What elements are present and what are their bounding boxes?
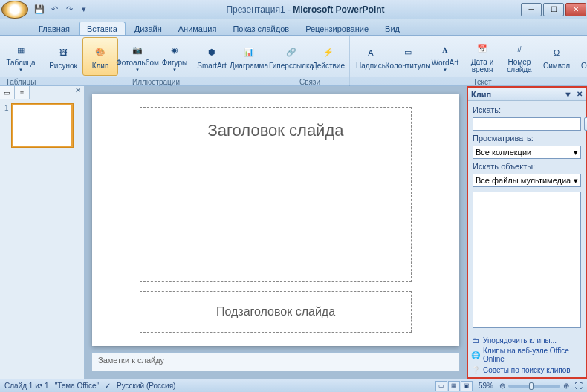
fit-button[interactable]: ⛶ [575, 382, 583, 390]
photoalbum-button[interactable]: 📷Фотоальбом▼ [120, 37, 155, 76]
browse-label: Просматривать: [473, 134, 581, 143]
tab-home[interactable]: Главная [31, 22, 77, 35]
content-area: ▭ ≡ ✕ 1 Заголовок слайда Подзаголовок сл… [0, 86, 587, 379]
office-online-link[interactable]: 🌐Клипы на веб-узле Office Online [471, 347, 583, 363]
outline-tab[interactable]: ≡ [15, 86, 30, 99]
statusbar: Слайд 1 из 1 "Тема Office" ✓ Русский (Ро… [0, 379, 587, 392]
thumb-close-icon[interactable]: ✕ [72, 86, 84, 99]
globe-icon: 🌐 [471, 350, 480, 359]
slide-thumbnail-panel: ▭ ≡ ✕ 1 [0, 86, 85, 379]
clip-icon: 🎨 [91, 44, 109, 62]
chevron-down-icon: ▾ [574, 176, 578, 186]
titlebar: 💾 ↶ ↷ ▾ Презентация1 - Microsoft PowerPo… [0, 0, 587, 19]
tab-view[interactable]: Вид [377, 22, 407, 35]
zoom-percent[interactable]: 59% [479, 382, 493, 390]
slides-tab[interactable]: ▭ [0, 86, 15, 99]
clip-taskpane: Клип ▼ ✕ Искать: Начать ✦ ➤ Просматриват… [467, 86, 587, 379]
table-icon: ▦ [12, 41, 30, 59]
album-icon: 📷 [129, 41, 146, 59]
maximize-button[interactable]: ☐ [543, 3, 564, 16]
textbox-button[interactable]: AНадпись [353, 37, 389, 76]
browse-select[interactable]: Все коллекции▾ [473, 146, 581, 159]
datetime-icon: 📅 [473, 40, 491, 58]
action-icon: ⚡ [320, 44, 337, 62]
action-button[interactable]: ⚡Действие [311, 37, 346, 76]
picture-icon: 🖼 [54, 44, 72, 62]
tab-review[interactable]: Рецензирование [298, 22, 376, 35]
slideshow-view-button[interactable]: ▣ [461, 381, 473, 391]
taskpane-title: Клип [471, 90, 491, 99]
picture-button[interactable]: 🖼Рисунок [45, 37, 81, 76]
datetime-button[interactable]: 📅Дата и время [464, 37, 500, 76]
group-text: AНадпись ▭Колонтитулы 𝐀WordArt▼ 📅Дата и … [350, 36, 587, 85]
app-name: Microsoft PowerPoint [293, 4, 384, 15]
zoom-control: ⊖ ⊕ [499, 382, 569, 390]
search-button[interactable]: Начать ✦ ➤ [584, 117, 587, 131]
headerfooter-button[interactable]: ▭Колонтитулы [390, 37, 426, 76]
results-area [473, 192, 581, 328]
hyperlink-button[interactable]: 🔗Гиперссылка [273, 37, 309, 76]
doc-name: Презентация1 [226, 4, 285, 15]
chart-button[interactable]: 📊Диаграмма [231, 37, 267, 76]
smartart-button[interactable]: ⬢SmartArt [194, 37, 230, 76]
slide-counter: Слайд 1 из 1 [4, 382, 49, 390]
subtitle-placeholder[interactable]: Подзаголовок слайда [140, 291, 412, 333]
organize-clips-link[interactable]: 🗀Упорядочить клипы... [471, 336, 583, 344]
notes-pane[interactable]: Заметки к слайду [92, 352, 459, 371]
slidenum-icon: # [510, 40, 528, 58]
ribbon: ▦Таблица▼ Таблицы 🖼Рисунок 🎨Клип 📷Фотоал… [0, 36, 587, 86]
table-button[interactable]: ▦Таблица▼ [3, 37, 39, 76]
wordart-icon: 𝐀 [436, 41, 454, 59]
tab-insert[interactable]: Вставка [79, 22, 126, 35]
tab-animation[interactable]: Анимация [171, 22, 224, 35]
symbol-icon: Ω [548, 44, 565, 62]
quick-access-toolbar: 💾 ↶ ↷ ▾ [33, 3, 91, 16]
normal-view-button[interactable]: ▭ [435, 381, 447, 391]
slide-thumbnail[interactable]: 1 [4, 104, 80, 147]
slide-canvas[interactable]: Заголовок слайда Подзаголовок слайда [92, 94, 459, 346]
search-input[interactable] [473, 117, 581, 131]
ribbon-tabs: Главная Вставка Дизайн Анимация Показ сл… [0, 19, 587, 36]
thumb-preview [12, 104, 73, 147]
tab-slideshow[interactable]: Показ слайдов [225, 22, 296, 35]
group-tables: ▦Таблица▼ Таблицы [0, 36, 42, 85]
window-title: Презентация1 - Microsoft PowerPoint [91, 4, 520, 15]
sorter-view-button[interactable]: ▦ [448, 381, 460, 391]
spellcheck-icon[interactable]: ✓ [105, 382, 111, 390]
search-tips-link[interactable]: ❔Советы по поиску клипов [471, 365, 583, 374]
chevron-down-icon: ▾ [574, 148, 578, 157]
zoom-out-button[interactable]: ⊖ [499, 382, 505, 390]
undo-icon[interactable]: ↶ [48, 3, 61, 16]
zoom-in-button[interactable]: ⊕ [563, 382, 569, 390]
objects-select[interactable]: Все файлы мультимедиа▾ [473, 174, 581, 187]
organize-icon: 🗀 [471, 336, 480, 344]
smartart-icon: ⬢ [203, 44, 221, 62]
wordart-button[interactable]: 𝐀WordArt▼ [427, 37, 463, 76]
close-button[interactable]: ✕ [565, 3, 586, 16]
clip-button[interactable]: 🎨Клип [82, 37, 118, 76]
slide-editor: Заголовок слайда Подзаголовок слайда Зам… [85, 86, 467, 379]
redo-icon[interactable]: ↷ [62, 3, 76, 16]
language-indicator[interactable]: Русский (Россия) [117, 382, 175, 390]
taskpane-body: Искать: Начать ✦ ➤ Просматривать: Все ко… [468, 101, 586, 333]
slidenum-button[interactable]: #Номер слайда [502, 37, 537, 76]
textbox-icon: A [362, 44, 380, 62]
objects-label: Искать объекты: [473, 162, 581, 171]
title-placeholder[interactable]: Заголовок слайда [140, 107, 412, 282]
tab-design[interactable]: Дизайн [127, 22, 169, 35]
shapes-button[interactable]: ◉Фигуры▼ [157, 37, 192, 76]
qat-dropdown-icon[interactable]: ▾ [77, 3, 91, 16]
group-links: 🔗Гиперссылка ⚡Действие Связи [270, 36, 350, 85]
symbol-button[interactable]: ΩСимвол [539, 37, 574, 76]
taskpane-close-icon[interactable]: ✕ [577, 90, 583, 98]
thumb-tabs: ▭ ≡ ✕ [0, 86, 84, 99]
object-button[interactable]: ⬚Объект [576, 37, 587, 76]
office-button[interactable] [1, 1, 28, 19]
help-icon: ❔ [471, 365, 480, 374]
chart-icon: 📊 [240, 44, 258, 62]
minimize-button[interactable]: ─ [521, 3, 542, 16]
save-icon[interactable]: 💾 [33, 3, 46, 16]
taskpane-dropdown-icon[interactable]: ▼ [564, 90, 572, 99]
zoom-slider[interactable] [508, 385, 560, 388]
group-illustrations: 🖼Рисунок 🎨Клип 📷Фотоальбом▼ ◉Фигуры▼ ⬢Sm… [42, 36, 270, 85]
